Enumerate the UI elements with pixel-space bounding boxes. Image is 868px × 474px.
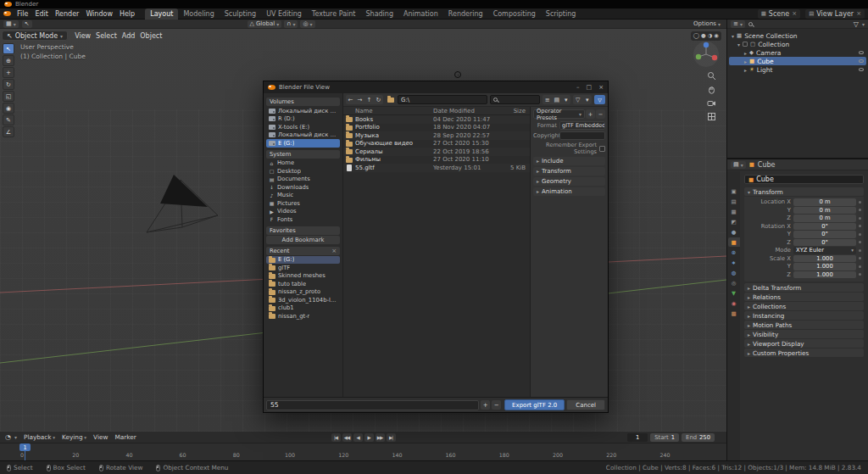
current-frame-field[interactable]: 1	[627, 433, 648, 442]
workspace-tab[interactable]: Shading	[360, 8, 398, 20]
timeline-menu-item[interactable]: Keying	[58, 433, 90, 441]
filter-toggle-button[interactable]: ▽	[594, 95, 605, 104]
viewport-menu-item[interactable]: Add	[120, 32, 138, 40]
window-titlebar[interactable]: Blender	[0, 0, 868, 8]
system-header[interactable]: System	[266, 150, 340, 159]
clock-icon[interactable]: ◔	[5, 433, 11, 441]
light-object[interactable]	[454, 71, 461, 78]
export-section-header[interactable]: Geometry	[533, 177, 605, 186]
animate-decorator[interactable]	[859, 265, 861, 268]
disclosure-icon[interactable]	[737, 41, 740, 48]
hide-viewport-icon[interactable]	[859, 68, 864, 71]
export-section-header[interactable]: Include	[533, 157, 605, 165]
jump-to-start-button[interactable]: |◀	[331, 433, 341, 442]
chevron-down-icon[interactable]: ▾	[582, 95, 592, 104]
dialog-titlebar[interactable]: Blender File View – □ ×	[264, 81, 608, 93]
export-button[interactable]: Export glTF 2.0	[504, 399, 565, 410]
export-section-header[interactable]: Animation	[533, 187, 605, 196]
55.gltf[interactable]: 55.gltf Yesterday 15:01 5 KiB	[343, 164, 530, 172]
transform-tool[interactable]: ◉	[3, 103, 14, 114]
Portfolio[interactable]: Portfolio 18 Nov 2020 04:07	[343, 124, 530, 132]
workspace-tab[interactable]: Animation	[398, 8, 443, 20]
transform-orientation-dropdown[interactable]: △ Global ▾	[248, 20, 282, 28]
object-tab[interactable]: ■	[728, 237, 740, 247]
play-button[interactable]: ▶	[364, 433, 374, 442]
workspace-tab[interactable]: UV Editing	[261, 8, 307, 20]
panel-header[interactable]: Relations	[744, 293, 864, 301]
vertex-select-mode-button[interactable]: ↖	[22, 20, 32, 28]
workspace-tab[interactable]: Layout	[145, 8, 178, 20]
value-field[interactable]: 0° ▾	[793, 239, 856, 247]
menu-item[interactable]: File	[14, 10, 31, 18]
object-name-field[interactable]: ■ Cube	[744, 175, 864, 184]
value-field[interactable]: 0 m ▾	[793, 198, 856, 206]
filename-input[interactable]	[266, 400, 479, 410]
collection-row[interactable]: ▢ Collection	[729, 40, 866, 48]
material-shading[interactable]: ◑	[708, 32, 713, 39]
workspace-tab[interactable]: Sculpting	[220, 8, 261, 20]
thumbnail-view-icon[interactable]: ▤	[552, 95, 561, 104]
back-button[interactable]: ←	[346, 95, 355, 104]
solid-shading[interactable]: ●	[701, 32, 706, 39]
panel-header[interactable]: Delta Transform	[744, 283, 864, 292]
Музыка[interactable]: Музыка 28 Sep 2020 22:57	[343, 131, 530, 140]
workspace-tab[interactable]: Compositing	[488, 8, 541, 20]
recent-header[interactable]: Recent ×	[266, 247, 340, 255]
maximize-button[interactable]: □	[587, 84, 593, 91]
modifiers-tab[interactable]: ⊛	[728, 248, 740, 257]
panel-header[interactable]: Collections	[744, 302, 864, 310]
unlink-icon[interactable]: ×	[792, 10, 797, 17]
search-box[interactable]	[490, 95, 540, 104]
play-reverse-button[interactable]: ◀	[353, 433, 363, 442]
panel-header[interactable]: Instancing	[744, 311, 864, 320]
recent-item[interactable]: E (G:)	[266, 256, 340, 265]
object-data-tab[interactable]: ▼	[728, 288, 740, 298]
timeline-menu-item[interactable]: View	[90, 433, 111, 441]
value-field[interactable]: 1.000 ▾	[793, 255, 856, 263]
timeline-menu-item[interactable]: Playback	[20, 433, 58, 441]
volume-item[interactable]: Локальный диск (C:)	[266, 107, 340, 115]
zoom-icon[interactable]	[707, 71, 716, 81]
proportional-editing-toggle[interactable]: ◎ ▾	[300, 20, 314, 28]
system-item[interactable]: F Fonts	[266, 215, 340, 224]
value-field[interactable]: 1.000 ▾	[793, 271, 856, 279]
playhead[interactable]: 1	[25, 443, 25, 460]
prev-keyframe-button[interactable]: ◀◀	[342, 433, 352, 442]
rotate-tool[interactable]: ↻	[3, 79, 14, 90]
view-layer-tab[interactable]: ▦	[728, 207, 740, 216]
system-item[interactable]: ↓ Downloads	[266, 183, 340, 192]
export-section-header[interactable]: Transform	[533, 167, 605, 176]
measure-tool[interactable]: ∠	[3, 126, 14, 137]
mode-dropdown[interactable]: ↖ Object Mode ▾	[2, 31, 68, 41]
recent-item[interactable]: nissan_gt-r	[266, 312, 340, 321]
pan-hand-icon[interactable]	[707, 85, 716, 94]
clear-recent-icon[interactable]: ×	[331, 248, 337, 254]
viewport-menu-item[interactable]: View	[72, 32, 93, 40]
render-tab[interactable]: ▣	[728, 187, 740, 196]
path-input[interactable]	[398, 95, 487, 104]
animate-decorator[interactable]	[859, 217, 861, 220]
timeline-ruler[interactable]: 1 020406080100120140160180200220240	[0, 443, 726, 460]
scene-selector[interactable]: ▦ Scene ×	[758, 9, 800, 19]
workspace-tab[interactable]: Rendering	[443, 8, 488, 20]
Фильмы[interactable]: Фильмы 27 Oct 2020 11:10	[343, 156, 530, 165]
copyright-input[interactable]	[559, 131, 605, 140]
animate-decorator[interactable]	[859, 209, 861, 211]
recent-item[interactable]: Skinned meshes	[266, 272, 340, 281]
object-row[interactable]: ■ Cube	[729, 57, 866, 65]
animate-decorator[interactable]	[859, 249, 861, 252]
snap-toggle[interactable]: ∩ ▾	[284, 20, 298, 28]
chevron-down-icon[interactable]: ▾	[561, 95, 570, 104]
cancel-button[interactable]: Cancel	[566, 399, 605, 410]
workspace-tab[interactable]: Modeling	[178, 8, 219, 20]
column-name[interactable]: Name	[355, 108, 431, 114]
value-field[interactable]: XYZ Euler ▾	[793, 247, 856, 254]
panel-header[interactable]: Custom Properties	[744, 349, 864, 357]
recent-item[interactable]: tuto table	[266, 280, 340, 288]
view-layer-selector[interactable]: ▤ View Layer ×	[805, 9, 865, 19]
value-field[interactable]: 1.000 ▾	[793, 263, 856, 270]
recent-item[interactable]: club1	[266, 304, 340, 313]
recent-item[interactable]: nissan_z_proto	[266, 288, 340, 297]
animate-decorator[interactable]	[859, 241, 861, 243]
format-dropdown[interactable]: glTF Embedded (...)	[559, 121, 605, 130]
